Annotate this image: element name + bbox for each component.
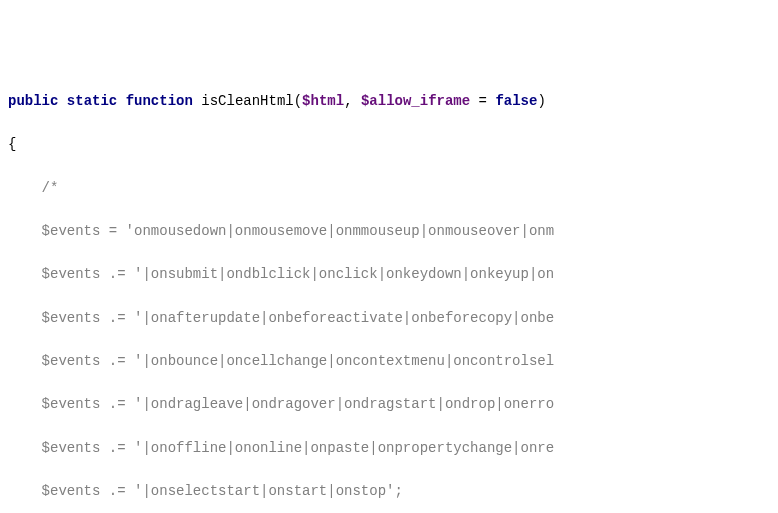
equals: = [470, 93, 495, 109]
code-line-9: $events .= '|onoffline|ononline|onpaste|… [8, 438, 770, 460]
var-html: $html [302, 93, 344, 109]
brace-open: { [8, 136, 16, 152]
paren-close: ) [537, 93, 545, 109]
comment-text: $events .= '|ondragleave|ondragover|ondr… [42, 396, 554, 412]
code-line-6: $events .= '|onafterupdate|onbeforeactiv… [8, 308, 770, 330]
code-line-5: $events .= '|onsubmit|ondblclick|onclick… [8, 264, 770, 286]
keyword-function: function [126, 93, 193, 109]
code-line-1: public static function isCleanHtml($html… [8, 91, 770, 113]
var-allow-iframe: $allow_iframe [361, 93, 470, 109]
code-line-4: $events = 'onmousedown|onmousemove|onmmo… [8, 221, 770, 243]
keyword-static: static [67, 93, 117, 109]
comment-open: /* [42, 180, 59, 196]
comma: , [344, 93, 361, 109]
keyword-public: public [8, 93, 58, 109]
comment-text: $events .= '|onbounce|oncellchange|oncon… [42, 353, 554, 369]
comment-text: $events = 'onmousedown|onmousemove|onmmo… [42, 223, 554, 239]
code-line-7: $events .= '|onbounce|oncellchange|oncon… [8, 351, 770, 373]
paren-open: ( [294, 93, 302, 109]
literal-false: false [495, 93, 537, 109]
function-name: isCleanHtml [201, 93, 293, 109]
code-line-3: /* [8, 178, 770, 200]
code-line-2: { [8, 134, 770, 156]
comment-text: $events .= '|onsubmit|ondblclick|onclick… [42, 266, 554, 282]
code-line-10: $events .= '|onselectstart|onstart|onsto… [8, 481, 770, 503]
code-line-8: $events .= '|ondragleave|ondragover|ondr… [8, 394, 770, 416]
comment-text: $events .= '|onoffline|ononline|onpaste|… [42, 440, 554, 456]
comment-text: $events .= '|onselectstart|onstart|onsto… [42, 483, 403, 499]
comment-text: $events .= '|onafterupdate|onbeforeactiv… [42, 310, 554, 326]
